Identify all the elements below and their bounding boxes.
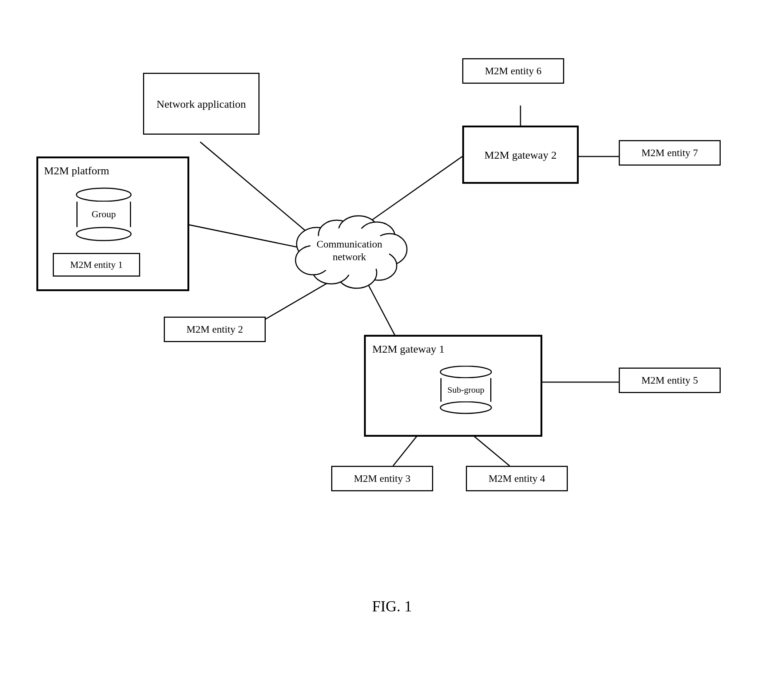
m2m-gateway-2-label: M2M gateway 2 xyxy=(484,148,557,162)
m2m-entity-6-label: M2M entity 6 xyxy=(485,64,541,78)
m2m-entity-3-box: M2M entity 3 xyxy=(331,466,433,491)
svg-line-2 xyxy=(364,157,462,226)
sub-group-label: Sub-group xyxy=(447,384,484,395)
m2m-entity-1-box: M2M entity 1 xyxy=(53,253,140,277)
m2m-platform-box: M2M platform Group M2M entity 1 xyxy=(36,157,189,291)
svg-point-23 xyxy=(76,188,131,201)
m2m-entity-7-box: M2M entity 7 xyxy=(619,140,721,166)
network-application-label: Network application xyxy=(157,97,246,111)
m2m-entity-4-label: M2M entity 4 xyxy=(488,472,545,485)
svg-point-15 xyxy=(360,251,397,280)
subgroup-cylinder-body: Sub-group xyxy=(440,378,492,402)
svg-text:Communication: Communication xyxy=(317,238,382,250)
group-cylinder-bottom xyxy=(75,227,133,241)
svg-point-26 xyxy=(440,402,492,413)
group-cylinder-body: Group xyxy=(76,202,131,227)
communication-network-cloud xyxy=(296,216,407,288)
m2m-platform-label: M2M platform xyxy=(44,163,109,177)
group-cylinder-top xyxy=(75,187,133,202)
svg-point-14 xyxy=(372,233,407,265)
svg-point-24 xyxy=(76,227,131,241)
m2m-gateway-1-label: M2M gateway 1 xyxy=(372,342,445,356)
m2m-entity-4-box: M2M entity 4 xyxy=(466,466,568,491)
m2m-gateway-2-box: M2M gateway 2 xyxy=(462,126,579,184)
svg-point-11 xyxy=(319,220,355,249)
network-application-box: Network application xyxy=(143,73,260,135)
svg-point-16 xyxy=(337,258,377,288)
m2m-entity-3-label: M2M entity 3 xyxy=(354,472,411,485)
m2m-entity-1-label: M2M entity 1 xyxy=(70,259,123,271)
m2m-gateway-1-box: M2M gateway 1 Sub-group xyxy=(364,335,542,437)
m2m-entity-2-label: M2M entity 2 xyxy=(187,323,243,336)
diagram-container: Communication network FIG. 1 Network app… xyxy=(0,0,784,674)
svg-line-1 xyxy=(200,142,317,240)
m2m-entity-2-box: M2M entity 2 xyxy=(164,317,266,342)
svg-point-10 xyxy=(297,227,337,260)
svg-point-13 xyxy=(359,222,395,251)
svg-point-12 xyxy=(339,216,378,246)
m2m-entity-5-box: M2M entity 5 xyxy=(619,367,721,393)
group-label: Group xyxy=(92,208,116,221)
svg-text:network: network xyxy=(333,251,366,262)
subgroup-cylinder-top xyxy=(439,366,493,378)
svg-point-25 xyxy=(440,366,492,378)
svg-point-17 xyxy=(312,255,350,284)
m2m-entity-6-box: M2M entity 6 xyxy=(462,58,564,84)
m2m-entity-5-label: M2M entity 5 xyxy=(641,374,698,387)
svg-text:FIG. 1: FIG. 1 xyxy=(372,598,412,615)
svg-point-19 xyxy=(310,227,389,275)
m2m-entity-7-label: M2M entity 7 xyxy=(641,146,698,159)
svg-point-18 xyxy=(296,246,330,275)
subgroup-cylinder-bottom xyxy=(439,402,493,414)
